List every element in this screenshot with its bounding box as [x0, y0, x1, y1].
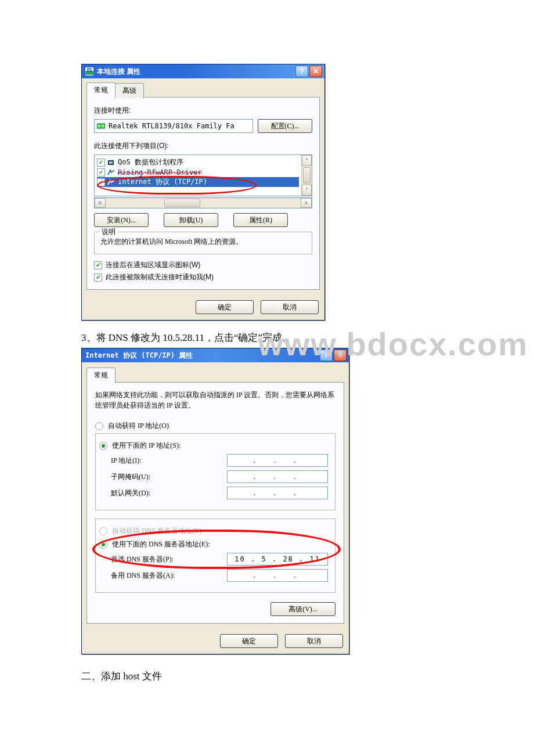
radio-use-ip[interactable]: 使用下面的 IP 地址(S):: [99, 441, 328, 451]
radio-auto-ip[interactable]: 自动获得 IP 地址(O): [95, 421, 335, 431]
scroll-left-button[interactable]: <: [95, 198, 106, 208]
dialog2-panel: 如果网络支持此功能，则可以获取自动指派的 IP 设置。否则，您需要从网络系统管理…: [86, 383, 344, 624]
show-icon-label: 连接后在通知区域显示图标(W): [106, 260, 200, 270]
subnet-label: 子网掩码(U):: [111, 472, 227, 482]
tcpip-properties-dialog: Internet 协议 (TCP/IP) 属性 ? ✕ 常规 如果网络支持此功能…: [81, 348, 349, 654]
pref-dns-value: 10 . 5 . 28 . 11: [234, 555, 320, 563]
vertical-scrollbar[interactable]: ˄ ˅: [301, 155, 312, 196]
section2-title: 二、添加 host 文件: [81, 669, 453, 683]
radio-use-dns-label: 使用下面的 DNS 服务器地址(E):: [112, 539, 210, 549]
dns-group: 自动获得 DNS 服务器地址(B) 使用下面的 DNS 服务器地址(E): 首选…: [95, 519, 335, 593]
show-icon-checkline[interactable]: ✔ 连接后在通知区域显示图标(W): [94, 260, 312, 270]
step3-instruction: 3、将 DNS 修改为 10.5.28.11，点击“确定”完成。: [81, 331, 453, 344]
dialog2-title: Internet 协议 (TCP/IP) 属性: [85, 351, 193, 361]
checkbox-icon[interactable]: ✔: [97, 178, 105, 186]
pref-dns-field[interactable]: 10 . 5 . 28 . 11: [227, 553, 328, 566]
properties-button[interactable]: 属性(R): [233, 213, 288, 227]
checkbox-icon[interactable]: ✔: [94, 261, 102, 269]
gateway-label: 默认网关(D):: [111, 488, 227, 498]
items-listbox[interactable]: ✔ QoS 数据包计划程序 ✔ Rising RfwARP Driver ✔ I…: [94, 154, 312, 196]
scroll-right-button[interactable]: >: [301, 198, 312, 208]
svg-rect-4: [102, 125, 104, 127]
info-text: 如果网络支持此功能，则可以获取自动指派的 IP 设置。否则，您需要从网络系统管理…: [95, 390, 335, 411]
items-label: 此连接使用下列项目(O):: [94, 141, 312, 151]
scroll-thumb[interactable]: [164, 199, 200, 207]
radio-icon[interactable]: [99, 541, 107, 549]
radio-auto-ip-label: 自动获得 IP 地址(O): [108, 421, 169, 431]
advanced-button[interactable]: 高级(V)...: [270, 602, 335, 616]
radio-auto-dns: 自动获得 DNS 服务器地址(B): [99, 526, 328, 536]
notify-checkline[interactable]: ✔ 此连接被限制或无连接时通知我(M): [94, 272, 312, 282]
help-button[interactable]: ?: [320, 350, 333, 361]
description-legend: 说明: [99, 227, 118, 237]
device-name: Realtek RTL8139/810x Family Fa: [109, 122, 234, 130]
device-name-field: Realtek RTL8139/810x Family Fa: [94, 119, 253, 133]
alt-dns-field[interactable]: . . .: [227, 569, 328, 582]
list-item-label: Internet 协议 (TCP/IP): [118, 177, 207, 187]
radio-icon: [99, 527, 107, 535]
radio-icon[interactable]: [95, 422, 103, 430]
ip-group: 使用下面的 IP 地址(S): IP 地址(I): . . . 子网掩码(U):…: [95, 433, 335, 510]
radio-auto-dns-label: 自动获得 DNS 服务器地址(B): [112, 526, 201, 536]
connection-icon: [85, 67, 93, 75]
uninstall-button[interactable]: 卸载(U): [164, 213, 218, 227]
checkbox-icon[interactable]: ✔: [97, 159, 105, 167]
install-button[interactable]: 安装(N)...: [94, 213, 149, 227]
list-item-label: Rising RfwARP Driver: [118, 168, 202, 177]
dialog1-tabs: 常规 高级: [86, 82, 320, 98]
cancel-button[interactable]: 取消: [261, 300, 319, 314]
local-connection-properties-dialog: 本地连接 属性 ? ✕ 常规 高级 连接时使用: Realtek RTL8139…: [81, 64, 325, 321]
dialog2-titlebar[interactable]: Internet 协议 (TCP/IP) 属性 ? ✕: [82, 348, 349, 362]
list-item-label: QoS 数据包计划程序: [118, 157, 183, 167]
configure-button[interactable]: 配置(C)...: [258, 119, 312, 133]
nic-icon: [97, 123, 105, 129]
svg-rect-1: [88, 69, 91, 71]
dialog2-button-row: 确定 取消: [82, 628, 349, 654]
notify-label: 此连接被限制或无连接时通知我(M): [106, 272, 214, 282]
tab-general[interactable]: 常规: [86, 368, 116, 383]
close-button[interactable]: ✕: [309, 66, 322, 77]
svg-rect-3: [98, 125, 100, 127]
alt-dns-label: 备用 DNS 服务器(A):: [111, 571, 227, 581]
checkbox-icon[interactable]: ✔: [97, 168, 105, 177]
svg-rect-0: [86, 71, 93, 74]
close-button[interactable]: ✕: [334, 350, 347, 361]
scroll-down-button[interactable]: ˅: [302, 185, 312, 196]
list-item-tcpip[interactable]: ✔ Internet 协议 (TCP/IP): [97, 177, 299, 187]
ip-address-label: IP 地址(I):: [111, 456, 227, 466]
ok-button[interactable]: 确定: [220, 634, 278, 648]
protocol-icon: [107, 179, 116, 186]
radio-icon[interactable]: [99, 442, 107, 450]
ok-button[interactable]: 确定: [196, 300, 254, 314]
dialog1-titlebar[interactable]: 本地连接 属性 ? ✕: [82, 64, 324, 78]
dialog1-title: 本地连接 属性: [97, 67, 140, 77]
subnet-field[interactable]: . . .: [227, 470, 328, 483]
dialog1-panel: 连接时使用: Realtek RTL8139/810x Family Fa 配置…: [86, 98, 320, 290]
svg-rect-6: [109, 161, 113, 164]
service-icon: [107, 159, 116, 166]
checkbox-icon[interactable]: ✔: [94, 273, 102, 282]
gateway-field[interactable]: . . .: [227, 487, 328, 499]
list-item-rising[interactable]: ✔ Rising RfwARP Driver: [97, 167, 299, 177]
pref-dns-label: 首选 DNS 服务器(P):: [111, 555, 227, 564]
scroll-up-button[interactable]: ˄: [302, 155, 312, 166]
tab-general[interactable]: 常规: [86, 82, 116, 98]
radio-use-ip-label: 使用下面的 IP 地址(S):: [112, 441, 181, 451]
radio-use-dns[interactable]: 使用下面的 DNS 服务器地址(E):: [99, 539, 328, 549]
description-group: 说明 允许您的计算机访问 Microsoft 网络上的资源。: [94, 232, 312, 254]
ip-address-field[interactable]: . . .: [227, 454, 328, 467]
protocol-icon: [107, 169, 116, 176]
tab-advanced[interactable]: 高级: [115, 83, 144, 98]
description-text: 允许您的计算机访问 Microsoft 网络上的资源。: [100, 237, 306, 247]
help-button[interactable]: ?: [295, 66, 308, 77]
scroll-thumb[interactable]: [303, 167, 311, 183]
horizontal-scrollbar[interactable]: < >: [94, 197, 312, 208]
connect-using-label: 连接时使用:: [94, 106, 312, 116]
dialog1-button-row: 确定 取消: [82, 294, 324, 320]
list-item-qos[interactable]: ✔ QoS 数据包计划程序: [97, 157, 299, 167]
cancel-button[interactable]: 取消: [285, 634, 343, 648]
